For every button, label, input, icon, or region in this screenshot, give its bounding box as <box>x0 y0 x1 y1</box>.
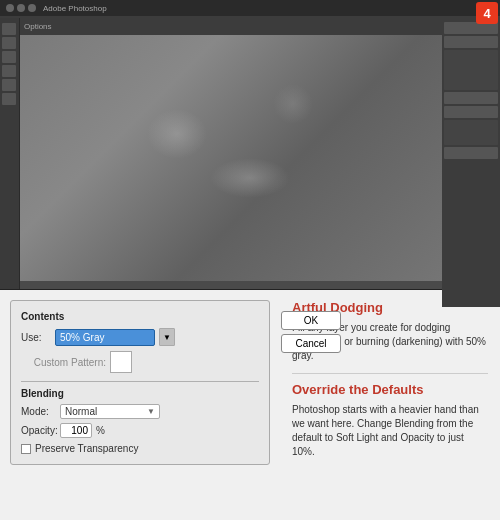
tool-icon-6[interactable] <box>2 93 16 105</box>
mode-select[interactable]: Normal ▼ <box>60 404 160 419</box>
use-select[interactable]: 50% Gray <box>55 329 155 346</box>
ps-left-toolbar <box>0 18 20 289</box>
ps-panel-5 <box>444 147 498 159</box>
ps-title-text: Adobe Photoshop <box>43 4 107 13</box>
custom-pattern-row: Custom Pattern: <box>21 351 259 373</box>
opacity-unit: % <box>96 425 105 436</box>
ps-options-text: Options <box>24 22 52 31</box>
ps-main-canvas <box>20 35 442 281</box>
ps-panel-2 <box>444 36 498 48</box>
ps-layers-panel <box>444 50 498 90</box>
dialog-buttons: OK Cancel <box>281 311 341 353</box>
custom-pattern-label: Custom Pattern: <box>21 357 106 368</box>
step-badge: 4 <box>476 2 498 24</box>
mode-label: Mode: <box>21 406 56 417</box>
tool-icon-3[interactable] <box>2 51 16 63</box>
canvas-shape-2 <box>210 158 290 198</box>
tool-icon-1[interactable] <box>2 23 16 35</box>
ps-title-bar: Adobe Photoshop <box>0 0 500 16</box>
tool-icon-4[interactable] <box>2 65 16 77</box>
use-row: Use: 50% Gray ▼ <box>21 328 259 346</box>
title-dot-1 <box>6 4 14 12</box>
pattern-preview-box <box>110 351 132 373</box>
bottom-section: Contents Use: 50% Gray ▼ Custom Pattern:… <box>0 290 500 520</box>
ps-panel-4 <box>444 106 498 118</box>
section-divider <box>21 381 259 382</box>
canvas-shape-1 <box>147 109 207 159</box>
tool-icon-2[interactable] <box>2 37 16 49</box>
mode-select-value: Normal <box>65 406 97 417</box>
ok-button[interactable]: OK <box>281 311 341 330</box>
preserve-transparency-checkbox[interactable] <box>21 444 31 454</box>
tips-divider <box>292 373 488 374</box>
preserve-transparency-row: Preserve Transparency <box>21 443 259 454</box>
dialog-panel: Contents Use: 50% Gray ▼ Custom Pattern:… <box>0 290 280 520</box>
cancel-button[interactable]: Cancel <box>281 334 341 353</box>
opacity-row: Opacity: % <box>21 423 259 438</box>
preserve-transparency-label: Preserve Transparency <box>35 443 138 454</box>
tip-title-2: Override the Defaults <box>292 382 488 399</box>
mode-select-arrow-icon: ▼ <box>147 407 155 416</box>
mode-row: Mode: Normal ▼ <box>21 404 259 419</box>
photoshop-canvas-area: Adobe Photoshop File Edit Image Layer Se… <box>0 0 500 290</box>
ps-panel-3 <box>444 92 498 104</box>
title-dot-2 <box>17 4 25 12</box>
canvas-shape-3 <box>273 84 313 124</box>
ps-adjustments-panel <box>444 120 498 145</box>
ps-canvas-inner <box>20 35 442 281</box>
blending-title: Blending <box>21 388 259 399</box>
title-dot-3 <box>28 4 36 12</box>
contents-title: Contents <box>21 311 259 322</box>
ps-options-bar: Options <box>20 18 442 35</box>
tip-body-2: Photoshop starts with a heavier hand tha… <box>292 403 488 459</box>
fill-dialog: Contents Use: 50% Gray ▼ Custom Pattern:… <box>10 300 270 465</box>
ps-right-panels <box>442 18 500 307</box>
tool-icon-5[interactable] <box>2 79 16 91</box>
opacity-label: Opacity: <box>21 425 56 436</box>
use-label: Use: <box>21 332 51 343</box>
opacity-input[interactable] <box>60 423 92 438</box>
use-dropdown-arrow[interactable]: ▼ <box>159 328 175 346</box>
